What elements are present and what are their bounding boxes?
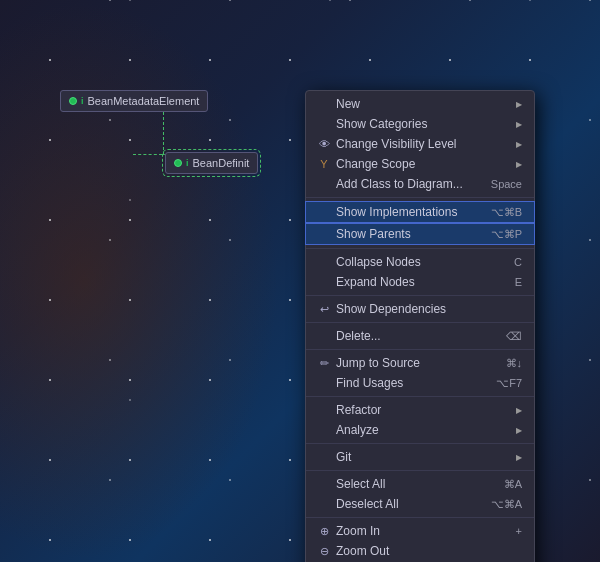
menu-item-add-class[interactable]: Add Class to Diagram... Space bbox=[306, 174, 534, 194]
separator-4 bbox=[306, 322, 534, 323]
uml-node-bean-metadata[interactable]: i BeanMetadataElement bbox=[60, 90, 208, 112]
zoom-in-shortcut: + bbox=[516, 525, 522, 537]
find-usages-shortcut: ⌥F7 bbox=[496, 377, 522, 390]
menu-label-git: Git bbox=[336, 450, 512, 464]
menu-label-show-parents: Show Parents bbox=[336, 227, 483, 241]
select-all-shortcut: ⌘A bbox=[504, 478, 522, 491]
deselect-all-shortcut: ⌥⌘A bbox=[491, 498, 522, 511]
uml-connector bbox=[163, 112, 164, 155]
menu-label-select-all: Select All bbox=[336, 477, 496, 491]
menu-label-jump-to-source: Jump to Source bbox=[336, 356, 498, 370]
menu-label-collapse-nodes: Collapse Nodes bbox=[336, 255, 506, 269]
menu-label-show-implementations: Show Implementations bbox=[336, 205, 483, 219]
menu-label-refactor: Refactor bbox=[336, 403, 512, 417]
node-dot-1 bbox=[69, 97, 77, 105]
zoom-in-icon: ⊕ bbox=[316, 525, 332, 538]
menu-item-select-all[interactable]: Select All ⌘A bbox=[306, 474, 534, 494]
menu-label-show-dependencies: Show Dependencies bbox=[336, 302, 522, 316]
node-indicator-2: i bbox=[186, 158, 189, 168]
menu-label-expand-nodes: Expand Nodes bbox=[336, 275, 507, 289]
visibility-icon: 👁 bbox=[316, 138, 332, 150]
collapse-nodes-shortcut: C bbox=[514, 256, 522, 268]
menu-item-git[interactable]: Git bbox=[306, 447, 534, 467]
context-menu: New Show Categories 👁 Change Visibility … bbox=[305, 90, 535, 562]
menu-label-deselect-all: Deselect All bbox=[336, 497, 483, 511]
menu-item-show-implementations[interactable]: Show Implementations ⌥⌘B bbox=[305, 201, 535, 223]
menu-item-show-dependencies[interactable]: ↩ Show Dependencies bbox=[306, 299, 534, 319]
menu-label-new: New bbox=[336, 97, 512, 111]
show-parents-shortcut: ⌥⌘P bbox=[491, 228, 522, 241]
menu-item-change-visibility[interactable]: 👁 Change Visibility Level bbox=[306, 134, 534, 154]
menu-label-find-usages: Find Usages bbox=[336, 376, 488, 390]
zoom-out-icon: ⊖ bbox=[316, 545, 332, 558]
separator-8 bbox=[306, 470, 534, 471]
menu-item-delete[interactable]: Delete... ⌫ bbox=[306, 326, 534, 346]
separator-1 bbox=[306, 197, 534, 198]
menu-label-change-scope: Change Scope bbox=[336, 157, 512, 171]
expand-nodes-shortcut: E bbox=[515, 276, 522, 288]
separator-3 bbox=[306, 295, 534, 296]
node-dot-2 bbox=[174, 159, 182, 167]
menu-item-show-categories[interactable]: Show Categories bbox=[306, 114, 534, 134]
menu-item-jump-to-source[interactable]: ✏ Jump to Source ⌘↓ bbox=[306, 353, 534, 373]
menu-item-zoom-in[interactable]: ⊕ Zoom In + bbox=[306, 521, 534, 541]
menu-item-deselect-all[interactable]: Deselect All ⌥⌘A bbox=[306, 494, 534, 514]
menu-label-analyze: Analyze bbox=[336, 423, 512, 437]
menu-item-find-usages[interactable]: Find Usages ⌥F7 bbox=[306, 373, 534, 393]
menu-item-refactor[interactable]: Refactor bbox=[306, 400, 534, 420]
add-class-shortcut: Space bbox=[491, 178, 522, 190]
uml-node-bean-definit[interactable]: i BeanDefinit bbox=[165, 152, 258, 174]
menu-label-zoom-out: Zoom Out bbox=[336, 544, 522, 558]
menu-item-collapse-nodes[interactable]: Collapse Nodes C bbox=[306, 252, 534, 272]
node-label-1: BeanMetadataElement bbox=[88, 95, 200, 107]
show-dependencies-icon: ↩ bbox=[316, 303, 332, 316]
separator-2 bbox=[306, 248, 534, 249]
node-label-2: BeanDefinit bbox=[193, 157, 250, 169]
delete-shortcut: ⌫ bbox=[506, 330, 522, 343]
separator-6 bbox=[306, 396, 534, 397]
scope-icon: Y bbox=[316, 158, 332, 170]
menu-item-zoom-out[interactable]: ⊖ Zoom Out bbox=[306, 541, 534, 561]
show-implementations-shortcut: ⌥⌘B bbox=[491, 206, 522, 219]
jump-source-icon: ✏ bbox=[316, 357, 332, 370]
node-indicator-1: i bbox=[81, 96, 84, 106]
menu-label-delete: Delete... bbox=[336, 329, 498, 343]
jump-source-shortcut: ⌘↓ bbox=[506, 357, 523, 370]
menu-item-show-parents[interactable]: Show Parents ⌥⌘P bbox=[305, 223, 535, 245]
menu-item-new[interactable]: New bbox=[306, 94, 534, 114]
menu-label-change-visibility: Change Visibility Level bbox=[336, 137, 512, 151]
menu-item-change-scope[interactable]: Y Change Scope bbox=[306, 154, 534, 174]
menu-label-zoom-in: Zoom In bbox=[336, 524, 508, 538]
separator-5 bbox=[306, 349, 534, 350]
menu-label-add-class: Add Class to Diagram... bbox=[336, 177, 483, 191]
menu-item-expand-nodes[interactable]: Expand Nodes E bbox=[306, 272, 534, 292]
separator-9 bbox=[306, 517, 534, 518]
separator-7 bbox=[306, 443, 534, 444]
menu-label-show-categories: Show Categories bbox=[336, 117, 512, 131]
menu-item-analyze[interactable]: Analyze bbox=[306, 420, 534, 440]
